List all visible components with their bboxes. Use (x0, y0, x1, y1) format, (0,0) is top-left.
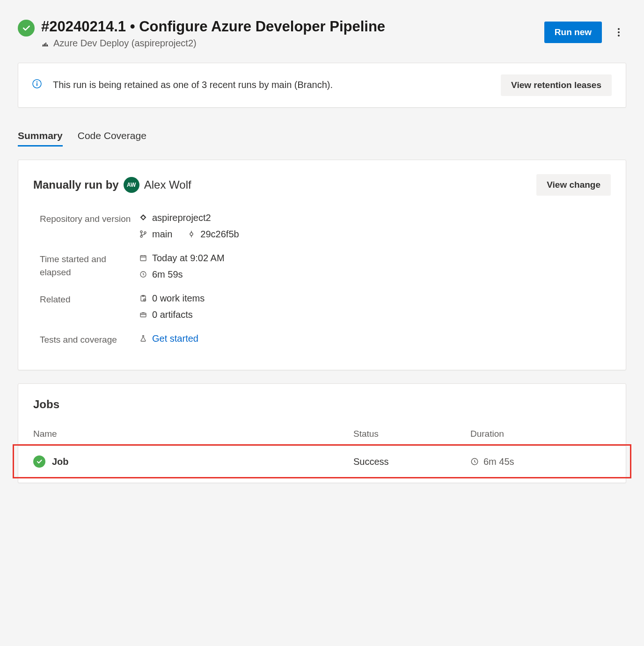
pipeline-breadcrumb[interactable]: Azure Dev Deploy (aspireproject2) (41, 38, 385, 49)
svg-point-15 (144, 232, 146, 234)
run-number: #20240214.1 (41, 18, 126, 35)
svg-rect-10 (37, 83, 37, 86)
svg-point-16 (190, 233, 193, 235)
page-header: #20240214.1 • Configure Azure Developer … (18, 18, 626, 49)
view-change-button[interactable]: View change (536, 174, 611, 196)
svg-rect-21 (140, 313, 146, 317)
value-time: Today at 9:02 AM 6m 59s (139, 253, 611, 280)
commit-hash[interactable]: 29c26f5b (200, 229, 239, 240)
user-name[interactable]: Alex Wolf (144, 178, 191, 191)
flask-icon (139, 334, 147, 343)
status-success-icon (33, 455, 45, 468)
pipeline-name: Azure Dev Deploy (aspireproject2) (53, 38, 197, 49)
label-repo: Repository and version (40, 213, 133, 240)
svg-point-5 (618, 28, 620, 30)
label-tests: Tests and coverage (40, 333, 133, 347)
view-retention-button[interactable]: View retention leases (501, 74, 612, 96)
highlighted-job-row: Job Success 6m 45s (13, 444, 631, 478)
artifacts-icon (139, 310, 147, 319)
job-status: Success (353, 456, 470, 467)
svg-point-6 (618, 31, 620, 33)
title-text: #20240214.1 • Configure Azure Developer … (41, 18, 385, 49)
label-related: Related (40, 293, 133, 320)
get-started-link[interactable]: Get started (152, 333, 198, 344)
svg-point-13 (140, 231, 142, 233)
started-time: Today at 9:02 AM (152, 253, 225, 264)
commit-icon (187, 230, 196, 238)
col-duration: Duration (470, 429, 611, 439)
value-repo: aspireproject2 main 29c26f5b (139, 213, 611, 240)
svg-point-7 (618, 35, 620, 37)
info-icon (32, 79, 42, 91)
pipeline-title: Configure Azure Developer Pipeline (139, 18, 385, 35)
retention-message: This run is being retained as one of 3 r… (53, 80, 333, 90)
svg-rect-2 (45, 43, 46, 46)
tab-bar: Summary Code Coverage (18, 126, 626, 147)
job-duration-cell: 6m 45s (470, 456, 611, 467)
title-block: #20240214.1 • Configure Azure Developer … (18, 18, 385, 49)
tab-code-coverage[interactable]: Code Coverage (78, 126, 146, 147)
svg-point-9 (37, 81, 37, 82)
clock-icon (470, 457, 479, 466)
summary-card: Manually run by AW Alex Wolf View change… (18, 160, 626, 371)
pipeline-icon (41, 39, 50, 47)
jobs-card: Jobs Name Status Duration Job Success (18, 383, 626, 483)
repo-icon (139, 213, 147, 222)
artifacts-count[interactable]: 0 artifacts (152, 309, 193, 320)
run-new-button[interactable]: Run new (544, 22, 602, 43)
svg-rect-1 (44, 44, 45, 46)
more-vertical-icon (618, 28, 620, 37)
value-tests: Get started (139, 333, 611, 347)
avatar: AW (124, 177, 139, 193)
summary-info-grid: Repository and version aspireproject2 ma… (33, 213, 611, 347)
label-time: Time started and elapsed (40, 253, 133, 280)
calendar-icon (139, 254, 147, 262)
jobs-title: Jobs (18, 398, 626, 422)
job-name-cell: Job (33, 455, 353, 468)
jobs-table-head: Name Status Duration (18, 422, 626, 446)
col-name: Name (33, 429, 353, 439)
work-items-count[interactable]: 0 work items (152, 293, 205, 304)
job-name: Job (52, 456, 69, 467)
page-title: #20240214.1 • Configure Azure Developer … (41, 18, 385, 36)
summary-header: Manually run by AW Alex Wolf View change (33, 174, 611, 196)
svg-rect-4 (42, 46, 48, 46)
more-actions-button[interactable] (611, 25, 626, 40)
svg-rect-17 (140, 256, 146, 261)
status-success-icon (18, 20, 35, 37)
branch-icon (139, 230, 147, 238)
ran-by: Manually run by AW Alex Wolf (33, 177, 191, 193)
jobs-table: Name Status Duration Job Success 6m 45s (18, 422, 626, 478)
retention-message-row: This run is being retained as one of 3 r… (32, 79, 333, 91)
col-status: Status (353, 429, 470, 439)
repo-name[interactable]: aspireproject2 (152, 213, 211, 223)
work-items-icon (139, 294, 147, 302)
value-related: 0 work items 0 artifacts (139, 293, 611, 320)
job-duration: 6m 45s (483, 456, 514, 467)
retention-banner: This run is being retained as one of 3 r… (18, 63, 626, 108)
table-row[interactable]: Job Success 6m 45s (18, 446, 626, 477)
clock-icon (139, 270, 147, 279)
svg-rect-0 (43, 44, 44, 46)
svg-point-14 (140, 235, 142, 237)
elapsed-time: 6m 59s (152, 269, 183, 280)
ran-by-prefix: Manually run by (33, 178, 119, 191)
branch-name[interactable]: main (152, 229, 172, 240)
svg-rect-3 (47, 44, 48, 46)
tab-summary[interactable]: Summary (18, 126, 63, 147)
header-actions: Run new (544, 22, 626, 43)
